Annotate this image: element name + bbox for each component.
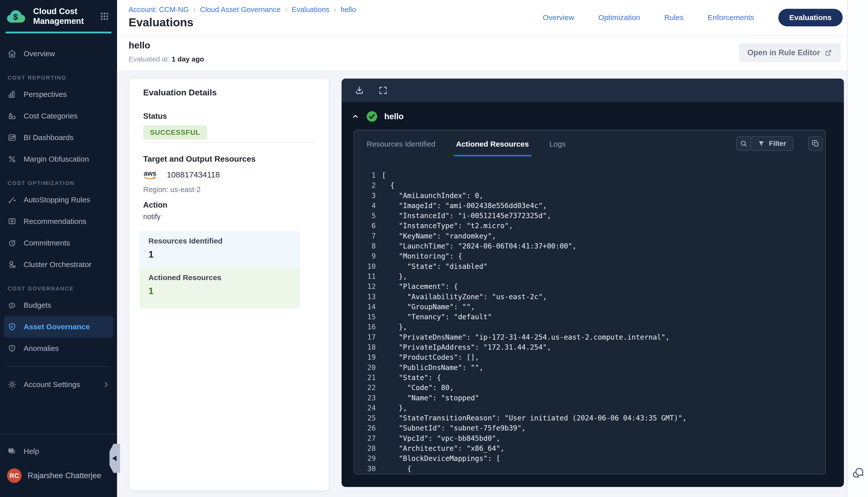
evaluation-subheader: hello Evaluated at: 1 day ago Open in Ru…	[117, 36, 847, 71]
code-line: 17 "PrivateDnsName": "ip-172-31-44-254.u…	[354, 332, 823, 342]
action-value: notify	[143, 213, 160, 221]
code-line: 25 "StateTransitionReason": "User initia…	[354, 413, 823, 423]
sidebar-item-label: Recommendations	[24, 217, 86, 226]
help-chat-icon: ?	[7, 447, 17, 456]
sidebar-item-recommendations[interactable]: Recommendations	[0, 211, 117, 232]
code-line: 20 "PublicDnsName": "",	[354, 363, 823, 373]
status-label: Status	[143, 112, 167, 121]
app-grid-icon[interactable]	[99, 11, 110, 22]
external-link-icon	[825, 49, 832, 56]
code-line: 21 "State": {	[354, 373, 823, 383]
sidebar-item-asset-governance[interactable]: $ Asset Governance	[4, 316, 113, 338]
breadcrumb-link-account[interactable]: Account: CCM-NG	[129, 5, 189, 14]
filter-button[interactable]: Filter	[751, 136, 793, 151]
line-number: 12	[354, 282, 376, 292]
search-icon	[740, 140, 748, 147]
copy-button[interactable]	[808, 136, 823, 151]
main-area: Account: CCM-NG › Cloud Asset Governance…	[117, 0, 847, 497]
sidebar-item-overview[interactable]: Overview	[0, 43, 117, 65]
code-line: 9 "Monitoring": {	[354, 251, 823, 261]
clock-icon	[7, 239, 17, 247]
line-content: "GroupName": "",	[376, 302, 475, 312]
line-number: 14	[354, 302, 376, 312]
sidebar-item-perspectives[interactable]: Perspectives	[0, 84, 117, 105]
tab-logs[interactable]: Logs	[547, 130, 569, 156]
sidebar-item-budgets[interactable]: $ Budgets	[0, 295, 117, 316]
sidebar-item-margin-obfuscation[interactable]: Margin Obfuscation	[0, 148, 117, 170]
topnav-enforcements[interactable]: Enforcements	[708, 13, 754, 22]
code-line: 5 "InstanceId": "i-00512145e7372325d",	[354, 211, 823, 221]
line-content: {	[376, 464, 411, 474]
topnav-optimization[interactable]: Optimization	[598, 13, 640, 22]
chevron-up-icon[interactable]	[351, 112, 360, 121]
feedback-chat-icon[interactable]	[852, 466, 865, 480]
line-content: "ImageId": "ami-002438e556dd03e4c",	[376, 201, 547, 211]
sidebar-item-label: Account Settings	[24, 380, 80, 389]
sidebar-item-help[interactable]: ? Help	[0, 440, 117, 463]
sidebar-item-bi-dashboards[interactable]: BI Dashboards	[0, 127, 117, 148]
code-line: 10 "State": "disabled"	[354, 261, 823, 272]
code-line: 28 "Architecture": "x86_64",	[354, 443, 823, 454]
stat-label: Resources Identified	[149, 237, 291, 245]
filter-label: Filter	[769, 140, 786, 147]
sidebar-item-cluster-orchestrator[interactable]: Cluster Orchestrator	[0, 254, 117, 275]
user-name: Rajarshee Chatterjee	[28, 471, 101, 480]
sidebar-item-anomalies[interactable]: Anomalies	[0, 338, 117, 359]
line-content: "KeyName": "randomkey",	[376, 231, 496, 241]
autostopping-icon	[7, 195, 17, 204]
line-content: "PrivateDnsName": "ip-172-31-44-254.us-e…	[376, 332, 670, 342]
sidebar-item-label: Budgets	[24, 301, 51, 310]
line-number: 27	[354, 434, 376, 443]
open-in-rule-editor-button[interactable]: Open in Rule Editor	[739, 43, 841, 62]
breadcrumb-link-evaluations[interactable]: Evaluations	[292, 5, 330, 14]
sidebar-item-autostopping-rules[interactable]: AutoStopping Rules	[0, 189, 117, 211]
fullscreen-icon[interactable]	[378, 86, 388, 95]
line-content: "BlockDeviceMappings": [	[376, 454, 500, 464]
line-number: 19	[354, 352, 376, 363]
topnav-evaluations-active[interactable]: Evaluations	[778, 9, 843, 26]
sidebar-item-cost-categories[interactable]: Cost Categories	[0, 105, 117, 127]
sidebar-divider	[6, 366, 111, 367]
sidebar-item-commitments[interactable]: Commitments	[0, 232, 117, 254]
line-content: "AmiLaunchIndex": 0,	[376, 191, 484, 201]
tab-actioned-resources[interactable]: Actioned Resources	[453, 130, 531, 156]
json-code-viewer[interactable]: 1[2 {3 "AmiLaunchIndex": 0,4 "ImageId": …	[354, 170, 823, 472]
line-content: "InstanceType": "t2.micro",	[376, 221, 513, 231]
breadcrumb-separator: ›	[334, 6, 336, 13]
ccm-cloud-dollar-logo-icon: $	[6, 9, 28, 24]
evaluation-row: hello	[341, 102, 844, 122]
sidebar-item-label: Overview	[24, 49, 55, 58]
evaluation-name: hello	[384, 112, 404, 121]
module-accent-rule	[5, 32, 112, 33]
line-content: "State": "disabled"	[376, 261, 488, 272]
line-number: 21	[354, 373, 376, 383]
svg-text:$: $	[11, 325, 13, 329]
code-line: 22 "Code": 80,	[354, 383, 823, 393]
line-number: 20	[354, 363, 376, 373]
user-profile[interactable]: RC Rajarshee Chatterjee	[0, 463, 117, 489]
sidebar-item-label: Help	[24, 447, 39, 456]
line-number: 30	[354, 464, 376, 474]
tab-resources-identified[interactable]: Resources Identified	[364, 130, 438, 156]
breadcrumb-separator: ›	[193, 6, 195, 13]
topnav-overview[interactable]: Overview	[543, 13, 574, 22]
code-line: 30 {	[354, 464, 823, 474]
download-icon[interactable]	[355, 86, 364, 95]
line-number: 13	[354, 292, 376, 302]
topnav-rules[interactable]: Rules	[664, 13, 684, 22]
line-number: 4	[354, 201, 376, 211]
sidebar-item-account-settings[interactable]: Account Settings	[0, 374, 117, 395]
search-button[interactable]	[737, 136, 751, 151]
breadcrumb-link-hello[interactable]: hello	[340, 5, 356, 14]
breadcrumb-link-cloud-asset-governance[interactable]: Cloud Asset Governance	[200, 5, 281, 14]
resources-identified-stat: Resources Identified 1	[139, 231, 300, 272]
line-number: 7	[354, 231, 376, 241]
line-content: "SubnetId": "subnet-75fe9b39",	[376, 423, 526, 433]
recommendation-icon	[7, 217, 17, 226]
line-content: "PublicDnsName": "",	[376, 363, 484, 373]
code-line: 12 "Placement": {	[354, 282, 823, 292]
shield-dollar-icon: $	[7, 322, 17, 331]
shapes-icon	[7, 111, 17, 120]
svg-text:$: $	[13, 12, 18, 22]
line-number: 24	[354, 403, 376, 413]
